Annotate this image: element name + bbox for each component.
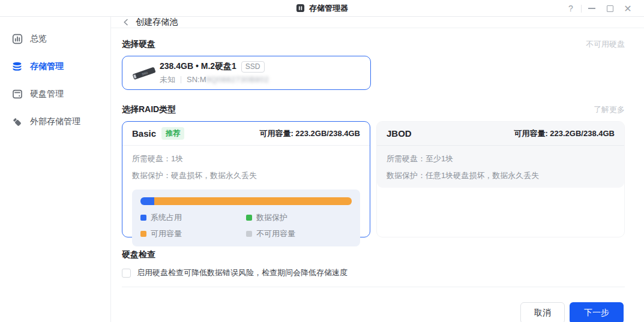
disk-check-heading: 硬盘检查 (122, 249, 155, 260)
disk-check-section-header: 硬盘检查 (122, 249, 625, 260)
minimize-icon (588, 8, 595, 9)
raid-capacity: 可用容量: 223.2GB/238.4GB (514, 128, 615, 139)
legend-label: 数据保护 (256, 212, 287, 223)
raid-description: 所需硬盘：至少1块 数据保护：任意1块硬盘损坏，数据永久丢失 (377, 146, 624, 184)
sidebar-item-label: 外部存储管理 (30, 116, 80, 127)
recommended-badge: 推荐 (161, 127, 184, 140)
raid-name: Basic (132, 128, 156, 139)
sidebar: 总览 存储管理 (0, 17, 111, 322)
sidebar-item-overview[interactable]: 总览 (0, 25, 110, 53)
unavailable-disks-link[interactable]: 不可用硬盘 (586, 39, 625, 50)
capacity-panel: 系统占用 数据保护 可用容量 (132, 189, 360, 246)
window-controls: ? ✕ (562, 0, 637, 17)
titlebar-divider (581, 5, 582, 13)
maximize-icon (607, 5, 613, 12)
disk-check-row: 启用硬盘检查可降低数据错误风险，检查期间会降低存储速度 (122, 267, 625, 278)
disk-serial-prefix: SN:M (187, 75, 206, 84)
raid-heading: 选择RAID类型 (122, 104, 176, 115)
raid-data-protection: 数据保护：任意1块硬盘损坏，数据永久丢失 (387, 167, 615, 184)
sidebar-item-external-storage[interactable]: 外部存储管理 (0, 108, 110, 136)
legend-item: 可用容量 (140, 228, 246, 239)
raid-card-header: JBOD 可用容量: 223.2GB/238.4GB (377, 122, 624, 146)
app-title: 存储管理器 (309, 3, 348, 14)
titlebar: 存储管理器 ? ✕ (0, 0, 644, 17)
raid-required-disks: 所需硬盘：至少1块 (387, 151, 615, 167)
raid-capacity: 可用容量: 223.2GB/238.4GB (259, 128, 360, 139)
legend-item: 不可用容量 (246, 228, 352, 239)
legend-swatch-unavailable (246, 231, 252, 237)
chevron-left-icon (122, 18, 130, 26)
disk-type-tag: SSD (241, 61, 265, 73)
sidebar-item-label: 硬盘管理 (30, 89, 64, 100)
titlebar-title-group: 存储管理器 (296, 3, 348, 14)
legend-label: 不可用容量 (256, 228, 295, 239)
sidebar-item-storage-management[interactable]: 存储管理 (0, 53, 110, 80)
legend-item: 数据保护 (246, 212, 352, 223)
legend-swatch-available (140, 231, 146, 237)
legend-label: 可用容量 (151, 228, 182, 239)
raid-description: 所需硬盘：1块 数据保护：硬盘损坏，数据永久丢失 (122, 146, 370, 184)
disk-status: 未知 (160, 74, 175, 85)
overview-icon (11, 34, 23, 45)
page-header: 创建存储池 (111, 17, 644, 28)
raid-card-jbod[interactable]: JBOD 可用容量: 223.2GB/238.4GB 所需硬盘：至少1块 数据保… (376, 121, 625, 237)
legend-swatch-protection (246, 215, 252, 221)
disk-check-label: 启用硬盘检查可降低数据错误风险，检查期间会降低存储速度 (137, 267, 348, 278)
main-panel: 创建存储池 选择硬盘 不可用硬盘 SSD (111, 17, 644, 322)
raid-cards: Basic 推荐 可用容量: 223.2GB/238.4GB 所需硬盘：1块 数… (122, 121, 625, 237)
disk-info: 238.4GB • M.2硬盘1 SSD 未知 SN:M 9Q0882730B8… (160, 61, 269, 85)
sidebar-item-label: 存储管理 (30, 61, 64, 72)
select-disk-heading: 选择硬盘 (122, 39, 155, 50)
capacity-bar-system-segment (140, 197, 154, 205)
raid-name: JBOD (387, 128, 412, 139)
storage-manager-window: 存储管理器 ? ✕ 总览 (0, 0, 644, 322)
storage-management-icon (11, 61, 23, 73)
select-disk-section-header: 选择硬盘 不可用硬盘 (122, 39, 625, 50)
sidebar-item-disk-management[interactable]: 硬盘管理 (0, 80, 110, 108)
legend-swatch-system (140, 215, 146, 221)
raid-card-header: Basic 推荐 可用容量: 223.2GB/238.4GB (122, 122, 370, 146)
content: 选择硬盘 不可用硬盘 SSD (111, 28, 644, 322)
raid-data-protection: 数据保护：硬盘损坏，数据永久丢失 (132, 167, 360, 184)
external-storage-icon (11, 116, 23, 128)
raid-required-disks: 所需硬盘：1块 (132, 151, 360, 167)
raid-card-basic[interactable]: Basic 推荐 可用容量: 223.2GB/238.4GB 所需硬盘：1块 数… (122, 121, 370, 237)
raid-section-header: 选择RAID类型 了解更多 (122, 104, 625, 115)
disk-title: 238.4GB • M.2硬盘1 (160, 61, 236, 72)
raid-card-body: JBOD 可用容量: 223.2GB/238.4GB 所需硬盘：至少1块 数据保… (377, 122, 624, 188)
maximize-button[interactable] (601, 0, 619, 17)
capacity-bar-available-segment (154, 197, 352, 205)
sidebar-item-label: 总览 (30, 34, 47, 44)
learn-more-link[interactable]: 了解更多 (594, 104, 625, 115)
help-button[interactable]: ? (562, 0, 580, 17)
disk-serial-redacted: 9Q0882730B802 (206, 75, 269, 84)
cancel-button[interactable]: 取消 (520, 302, 565, 322)
capacity-legend: 系统占用 数据保护 可用容量 (140, 212, 352, 239)
storage-app-icon (296, 4, 305, 13)
footer: 取消 下一步 (122, 302, 625, 322)
disk-divider (181, 76, 181, 83)
disk-card[interactable]: SSD 238.4GB • M.2硬盘1 SSD 未知 SN:M (122, 56, 371, 90)
m2-ssd-icon: SSD (128, 64, 160, 83)
disk-check-checkbox[interactable] (122, 269, 131, 278)
close-button[interactable]: ✕ (619, 0, 637, 17)
capacity-bar (140, 197, 352, 205)
legend-item: 系统占用 (140, 212, 246, 223)
minimize-button[interactable] (583, 0, 601, 17)
page-title: 创建存储池 (136, 17, 178, 28)
disk-management-icon (11, 89, 23, 100)
legend-label: 系统占用 (151, 212, 182, 223)
back-button[interactable] (122, 18, 130, 26)
footer-divider (122, 287, 625, 287)
next-button[interactable]: 下一步 (570, 302, 624, 322)
